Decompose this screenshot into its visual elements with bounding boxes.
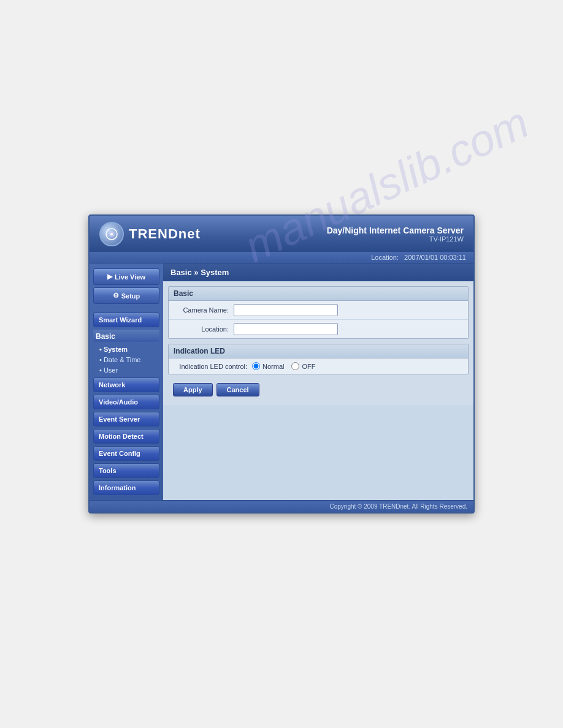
basic-section-label: Basic — [93, 330, 159, 342]
content-header: Basic » System — [163, 264, 473, 281]
tools-button[interactable]: Tools — [93, 463, 159, 478]
sidebar: ▶ Live View ⚙ Setup Smart Wizard Basic • — [90, 264, 163, 500]
copyright-text: Copyright © 2009 TRENDnet. All Rights Re… — [329, 503, 467, 510]
logo-text: TRENDnet — [129, 226, 201, 242]
logo-area: TRENDnet — [99, 222, 201, 246]
event-server-button[interactable]: Event Server — [93, 412, 159, 427]
led-off-option[interactable]: OFF — [291, 362, 315, 370]
led-normal-radio[interactable] — [252, 362, 260, 370]
header: TRENDnet Day/Night Internet Camera Serve… — [90, 216, 473, 252]
basic-sub-items: • System • Date & Time • User — [93, 344, 159, 375]
camera-name-row: Camera Name: — [169, 301, 468, 320]
camera-name-input[interactable] — [234, 304, 338, 316]
smart-wizard-label: Smart Wizard — [99, 316, 142, 324]
content-body: Basic Camera Name: Location: Indication … — [163, 281, 473, 405]
sidebar-item-system[interactable]: • System — [98, 344, 159, 354]
led-off-radio[interactable] — [291, 362, 299, 370]
apply-button[interactable]: Apply — [173, 383, 213, 396]
led-normal-option[interactable]: Normal — [252, 362, 284, 370]
product-title: Day/Night Internet Camera Server — [327, 226, 464, 235]
cancel-button[interactable]: Cancel — [216, 383, 259, 396]
led-control-row: Indication LED control: Normal OFF — [169, 358, 468, 374]
led-normal-label: Normal — [262, 363, 284, 370]
video-audio-button[interactable]: Video/Audio — [93, 395, 159, 409]
setup-label: Setup — [121, 292, 140, 300]
live-view-button[interactable]: ▶ Live View — [93, 268, 159, 285]
led-control-label: Indication LED control: — [174, 363, 247, 370]
camera-name-label: Camera Name: — [174, 306, 229, 314]
action-row: Apply Cancel — [168, 379, 469, 400]
information-button[interactable]: Information — [93, 480, 159, 495]
logo-icon — [99, 222, 124, 246]
camera-ui: TRENDnet Day/Night Internet Camera Serve… — [88, 214, 475, 514]
product-info: Day/Night Internet Camera Server TV-IP12… — [327, 226, 464, 243]
motion-detect-button[interactable]: Motion Detect — [93, 429, 159, 444]
network-button[interactable]: Network — [93, 377, 159, 392]
sidebar-item-datetime[interactable]: • Date & Time — [98, 355, 159, 365]
product-model: TV-IP121W — [327, 235, 464, 243]
setup-icon: ⚙ — [113, 292, 119, 300]
basic-form-section: Basic Camera Name: Location: — [168, 286, 469, 339]
sidebar-item-user[interactable]: • User — [98, 365, 159, 375]
location-input[interactable] — [234, 323, 338, 335]
location-field-label: Location: — [174, 325, 229, 333]
led-section-header: Indication LED — [169, 344, 468, 358]
live-view-icon: ▶ — [107, 273, 112, 281]
location-row: Location: — [169, 320, 468, 338]
basic-form-header: Basic — [169, 287, 468, 301]
led-radio-group: Normal OFF — [252, 362, 315, 370]
location-value: 2007/01/01 00:03:11 — [404, 254, 466, 261]
led-section: Indication LED Indication LED control: N… — [168, 344, 469, 374]
footer: Copyright © 2009 TRENDnet. All Rights Re… — [90, 500, 473, 512]
main-content: ▶ Live View ⚙ Setup Smart Wizard Basic • — [90, 264, 473, 500]
location-bar: Location: 2007/01/01 00:03:11 — [90, 252, 473, 264]
content-panel: Basic » System Basic Camera Name: Locati… — [163, 264, 473, 500]
smart-wizard-button[interactable]: Smart Wizard — [93, 313, 159, 327]
setup-button[interactable]: ⚙ Setup — [93, 287, 159, 304]
live-view-label: Live View — [115, 273, 145, 281]
led-off-label: OFF — [302, 363, 315, 370]
location-label: Location: — [371, 254, 399, 261]
content-title: Basic » System — [170, 268, 229, 277]
event-config-button[interactable]: Event Config — [93, 446, 159, 461]
svg-point-2 — [110, 233, 113, 235]
page-container: manualslib.com TRENDnet Day/Night Intern… — [0, 0, 563, 728]
